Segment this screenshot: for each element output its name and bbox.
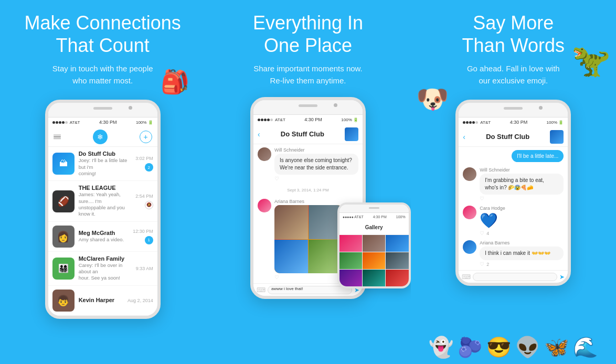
msg-sender-will-3: Will Schneider — [480, 167, 564, 173]
dot2 — [56, 121, 58, 124]
phone2-vol-up-button — [250, 126, 251, 136]
gallery-grid — [339, 235, 409, 286]
photo-cell-3 — [274, 240, 309, 274]
will-avatar — [258, 147, 271, 161]
phone2-camera — [334, 103, 337, 107]
chat-bubble-3a: I'm grabbing a bite to eat, who's in? 🌮😰… — [480, 174, 564, 195]
message-list: 🏔 Do Stuff Club Joey: I'll be a little l… — [48, 147, 157, 315]
chat-msg-row-4: Cara Hodge 💙 ♡ 4 — [463, 206, 564, 236]
panel3-subtitle: Go ahead. Fall in love withour exclusive… — [467, 63, 560, 87]
phone2-top-bar — [253, 100, 363, 115]
heart-icon-2[interactable]: ♡ — [274, 274, 279, 280]
msg-badge-1: 2 — [145, 163, 153, 172]
ariana-avatar — [258, 199, 271, 212]
heart-icon-ariana-3[interactable]: ♡ — [480, 261, 484, 267]
heart-icon-1[interactable]: ♡ — [274, 176, 279, 181]
chat-bubble-1: Is anyone else coming tonight? We're nea… — [274, 154, 358, 175]
msg-preview-4: Carey: I'll be over in about anhour. See… — [79, 262, 132, 282]
gallery-cell-6[interactable] — [386, 252, 408, 269]
keyboard-icon-3[interactable]: ⌨ — [462, 273, 471, 281]
hamburger-line3 — [54, 138, 61, 140]
carrier-label-3: AT&T — [480, 120, 491, 125]
send-icon-3[interactable]: ➤ — [559, 273, 565, 281]
msg-content-2: THE LEAGUE James: Yeah yeah, sure.... I'… — [79, 185, 131, 217]
phone3-camera — [539, 106, 543, 110]
message-item[interactable]: 👩 Meg McGrath Amy shared a video. 12:30 … — [48, 222, 157, 252]
message-item[interactable]: 👦 Kevin Harper Aug 2, 2014 — [48, 286, 157, 316]
chat-input-field-3[interactable] — [473, 273, 557, 281]
phone-mockup-1: AT&T 4:30 PM 100% 🔋 ❄ + 🏔 — [45, 100, 161, 318]
chat-input-bar-3: ⌨ ➤ — [459, 270, 568, 283]
msg-content-1: Do Stuff Club Joey: I'll be a little lat… — [79, 151, 131, 177]
msg-name-5: Kevin Harper — [79, 297, 123, 303]
gallery-cell-2[interactable] — [363, 235, 385, 252]
msg-name-4: McClaren Family — [79, 255, 132, 262]
gallery-cell-3[interactable] — [386, 235, 408, 252]
msg-actions-1: ♡ — [274, 176, 358, 181]
message-item[interactable]: 👨‍👩‍👧‍👦 McClaren Family Carey: I'll be o… — [48, 252, 157, 286]
heart-icon-cara[interactable]: ♡ — [480, 230, 484, 236]
dot4 — [267, 119, 270, 121]
msg-body-cara: Cara Hodge 💙 ♡ 4 — [480, 206, 564, 236]
heart-icon-3a[interactable]: ♡ — [480, 196, 484, 201]
phone-small-top — [339, 205, 409, 213]
msg-time-4: 9:33 AM — [136, 266, 153, 271]
battery-label-2: 100% 🔋 — [341, 117, 358, 122]
compose-button[interactable]: + — [140, 131, 152, 143]
dot1 — [463, 121, 465, 124]
dot3 — [264, 119, 267, 121]
app-logo: ❄ — [93, 130, 108, 144]
emoji-blue-blob: 🫐 — [458, 336, 482, 359]
ariana-avatar-3 — [463, 240, 476, 254]
gallery-cell-1[interactable] — [339, 235, 362, 252]
carrier-label: AT&T — [70, 120, 80, 125]
message-item[interactable]: 🏈 THE LEAGUE James: Yeah yeah, sure.... … — [48, 181, 157, 221]
avatar-the-league: 🏈 — [52, 190, 75, 212]
msg-sender-will: Will Schneider — [274, 147, 358, 153]
gallery-cell-9[interactable] — [386, 270, 408, 286]
gallery-cell-7[interactable] — [339, 270, 362, 286]
emoji-blue-creature: 🦋 — [544, 336, 569, 359]
emoji-wave: 🌊 — [573, 336, 598, 359]
chat-title-2: Do Stuff Club — [281, 130, 324, 138]
dinosaur-decoration-icon: 🦖 — [571, 42, 611, 79]
back-button-3[interactable]: ‹ — [463, 133, 465, 141]
back-button[interactable]: ‹ — [258, 130, 260, 138]
gallery-cell-8[interactable] — [363, 270, 385, 286]
dot5 — [270, 119, 273, 121]
msg-actions-cara: ♡ 4 — [480, 230, 564, 236]
phone-camera — [129, 106, 132, 110]
chat-header-2: ‹ Do Stuff Club — [253, 124, 363, 144]
hamburger-icon[interactable] — [54, 135, 61, 140]
phone-mockup-3: AT&T 4:30 PM 100% 🔋 ‹ Do Stuff Club I'll… — [455, 100, 571, 286]
msg-preview-3: Amy shared a video. — [79, 237, 129, 243]
group-avatar — [345, 127, 358, 141]
chat-msg-row-3: Will Schneider I'm grabbing a bite to ea… — [463, 167, 564, 201]
dot4 — [62, 121, 65, 124]
message-item[interactable]: 🏔 Do Stuff Club Joey: I'll be a little l… — [48, 147, 157, 181]
battery-label: 100% 🔋 — [136, 120, 153, 125]
keyboard-icon[interactable]: ⌨ — [257, 286, 265, 294]
gallery-header: Gallery — [339, 220, 409, 235]
chat-messages-3: I'll be a little late... Will Schneider … — [459, 147, 568, 270]
panel2-subtitle: Share important moments now.Re-live them… — [253, 63, 363, 87]
msg-body-ariana-3: Ariana Barnes I think i can make it 👐👐👐 … — [480, 240, 564, 267]
signal-area: AT&T — [52, 120, 80, 125]
msg-time-1: 3:02 PM — [135, 156, 153, 161]
signal-dots — [52, 121, 68, 124]
dot1 — [258, 119, 260, 121]
emoji-alien: 👽 — [515, 336, 540, 359]
gallery-battery: 100% — [396, 215, 406, 219]
heart-count-ariana-3: 2 — [486, 262, 489, 267]
group-avatar-3 — [550, 130, 564, 144]
gallery-cell-4[interactable] — [339, 252, 362, 269]
signal-dots-2 — [258, 119, 273, 121]
cara-avatar — [463, 206, 476, 219]
time-label: 4:30 PM — [99, 120, 117, 125]
gallery-cell-5[interactable] — [363, 252, 385, 269]
chat-header-3: ‹ Do Stuff Club — [459, 127, 568, 147]
panel3-title: Say MoreThan Words — [462, 12, 565, 57]
msg-meta-5: Aug 2, 2014 — [128, 298, 153, 303]
chat-input-field-2[interactable]: awww i love that! — [268, 286, 352, 294]
hamburger-line2 — [54, 136, 61, 137]
